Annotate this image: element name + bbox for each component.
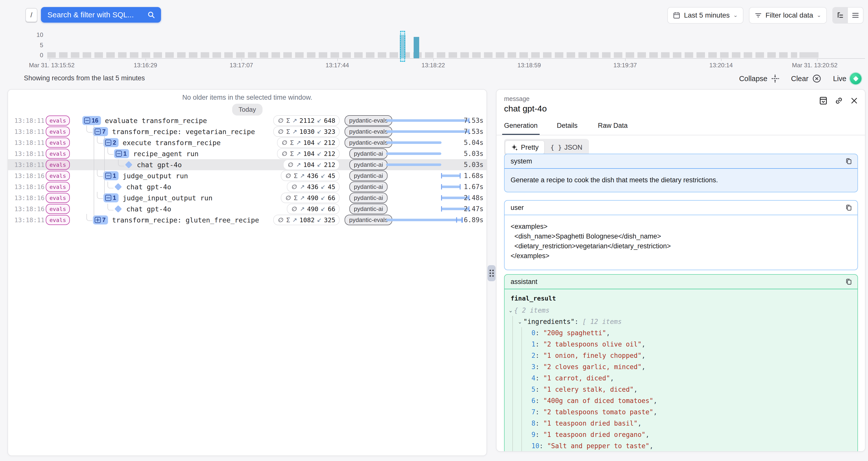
span-name: transform_recipe: gluten_free_recipe <box>112 216 259 224</box>
json-array-item: 6: "400g can of diced tomatoes", <box>531 395 858 406</box>
time-range-dropdown[interactable]: Last 5 minutes ⌄ <box>667 7 743 24</box>
minus-square-icon <box>105 140 111 146</box>
collapse-children-badge[interactable]: 1 <box>103 171 119 180</box>
row-timestamp: 13:18:16 <box>14 172 44 180</box>
span-name: execute transform_recipe <box>123 139 220 147</box>
filter-local-data-dropdown[interactable]: Filter local data ⌄ <box>749 7 827 24</box>
trace-row[interactable]: 13:18:16evalschat gpt-4o↗436↙45pydantic-… <box>8 181 487 192</box>
copy-icon[interactable] <box>845 157 852 165</box>
row-timestamp: 13:18:11 <box>14 150 44 157</box>
span-name: chat gpt-4o <box>137 161 182 169</box>
evals-badge[interactable]: evals <box>46 215 70 225</box>
message-card-user: user <examples> <dish_name>Spaghetti Bol… <box>504 200 858 270</box>
sparkle-icon <box>511 144 518 151</box>
copy-icon[interactable] <box>845 204 852 211</box>
trace-row[interactable]: 13:18:11evals16evaluate transform_recipe… <box>8 115 487 126</box>
json-root-line[interactable]: ⌄{ 2 items <box>509 305 858 316</box>
render-mode-toggle: Pretty { } JSON <box>504 139 589 156</box>
trace-row[interactable]: 13:18:16evals1judge_output runΣ↗436↙45py… <box>8 170 487 181</box>
span-name: chat gpt-4o <box>126 183 171 191</box>
drag-dots-icon <box>490 270 494 277</box>
span-name: recipe_agent run <box>133 150 198 158</box>
evals-badge[interactable]: evals <box>46 127 70 136</box>
evals-badge[interactable]: evals <box>46 204 70 214</box>
tab-generation[interactable]: Generation <box>504 122 538 134</box>
sigma-icon: Σ <box>286 128 290 135</box>
output-tokens: 66 <box>328 205 335 213</box>
collapse-children-badge[interactable]: 2 <box>103 138 119 147</box>
y-axis-label: 10 <box>31 31 43 38</box>
scope-tag: pydantic-evals <box>345 115 392 126</box>
leaf-diamond-icon <box>115 205 122 213</box>
evals-badge[interactable]: evals <box>46 149 70 159</box>
live-button[interactable]: Live <box>833 73 862 84</box>
trace-row[interactable]: 13:18:11evals7transform_recipe: gluten_f… <box>8 214 487 225</box>
leaf-diamond-icon <box>125 161 133 168</box>
evals-badge[interactable]: evals <box>46 171 70 181</box>
json-ingredients-line[interactable]: ⌄"ingredients": [ 12 items <box>518 316 858 327</box>
output-tokens-arrow-icon: ↙ <box>321 194 326 201</box>
output-tokens-arrow-icon: ↙ <box>321 173 326 179</box>
duration-gantt-bar <box>386 141 441 144</box>
scope-tag: pydantic-evals <box>345 215 392 225</box>
dock-panel-icon[interactable] <box>819 96 828 105</box>
child-count: 7 <box>102 216 105 223</box>
collapse-children-badge[interactable]: 1 <box>114 149 129 158</box>
child-count: 1 <box>113 172 116 179</box>
evals-badge[interactable]: evals <box>46 160 70 170</box>
today-pill[interactable]: Today <box>232 104 262 116</box>
input-tokens-arrow-icon: ↗ <box>292 217 297 223</box>
trace-row[interactable]: 13:18:16evalschat gpt-4o↗490↙66pydantic-… <box>8 204 487 214</box>
copy-icon[interactable] <box>845 278 852 285</box>
trace-row[interactable]: 13:18:16evals1judge_input_output runΣ↗49… <box>8 192 487 204</box>
collapse-children-badge[interactable]: 1 <box>103 193 119 203</box>
final-result-json-tree: ⌄{ 2 items⌄"ingredients": [ 12 items0: "… <box>504 302 858 452</box>
tab-raw-data[interactable]: Raw Data <box>598 122 628 134</box>
trace-row[interactable]: 13:18:11evalschat gpt-4o↗104↙212pydantic… <box>8 159 487 170</box>
histogram-bar[interactable] <box>414 37 419 58</box>
collapse-button[interactable]: Collapse <box>739 74 780 83</box>
input-tokens: 436 <box>307 183 318 191</box>
histogram-bar-selection <box>400 31 405 62</box>
panel-resize-handle[interactable] <box>488 265 496 281</box>
span-name: judge_output run <box>123 172 188 180</box>
json-array-item: 9: "1 teaspoon dried oregano", <box>531 429 858 440</box>
trace-row[interactable]: 13:18:11evals1recipe_agent runΣ↗104↙212p… <box>8 148 487 159</box>
copy-link-icon[interactable] <box>834 96 843 105</box>
sigma-icon: Σ <box>294 172 298 180</box>
span-name: transform_recipe: vegetarian_recipe <box>112 128 255 135</box>
evals-badge[interactable]: evals <box>46 116 70 126</box>
coin-icon <box>291 206 298 212</box>
scope-tag: pydantic-evals <box>345 137 392 148</box>
tree-view-toggle[interactable] <box>833 7 848 23</box>
records-histogram[interactable]: 1050Mar 31. 13:15:5213:16:2913:17:0713:1… <box>0 31 868 71</box>
evals-badge[interactable]: evals <box>46 182 70 192</box>
input-tokens-arrow-icon: ↗ <box>300 206 305 212</box>
clear-button[interactable]: Clear <box>791 74 821 83</box>
calendar-icon <box>673 11 680 19</box>
scope-tag: pydantic-ai <box>349 182 388 192</box>
token-usage-badge: ↗104↙212 <box>283 159 340 170</box>
span-detail-panel: message chat gpt-4o <box>496 89 866 452</box>
search-button[interactable]: Search & filter with SQL... <box>41 7 161 23</box>
json-toggle-button[interactable]: { } JSON <box>545 141 588 154</box>
coin-icon <box>285 173 291 179</box>
trace-list-panel: No older items in the selected time wind… <box>7 89 487 456</box>
expand-children-badge[interactable]: 7 <box>93 215 108 224</box>
collapse-children-badge[interactable]: 16 <box>82 116 101 125</box>
tab-details[interactable]: Details <box>557 122 578 134</box>
flat-list-view-toggle[interactable] <box>848 7 863 23</box>
evals-badge[interactable]: evals <box>46 137 70 148</box>
pretty-toggle-button[interactable]: Pretty <box>505 141 545 154</box>
collapse-children-badge[interactable]: 7 <box>93 127 108 136</box>
evals-badge[interactable]: evals <box>46 193 70 203</box>
user-message-text: <examples> <dish_name>Spaghetti Bolognes… <box>504 215 858 268</box>
trace-row[interactable]: 13:18:11evals7transform_recipe: vegetari… <box>8 126 487 137</box>
leaf-diamond-icon <box>115 183 122 191</box>
trace-row[interactable]: 13:18:11evals2execute transform_recipeΣ↗… <box>8 137 487 148</box>
sigma-icon: Σ <box>290 139 294 146</box>
input-tokens-arrow-icon: ↗ <box>292 128 297 135</box>
input-tokens-arrow-icon: ↗ <box>296 150 301 157</box>
output-tokens-arrow-icon: ↙ <box>317 217 322 223</box>
close-icon[interactable] <box>850 96 859 105</box>
